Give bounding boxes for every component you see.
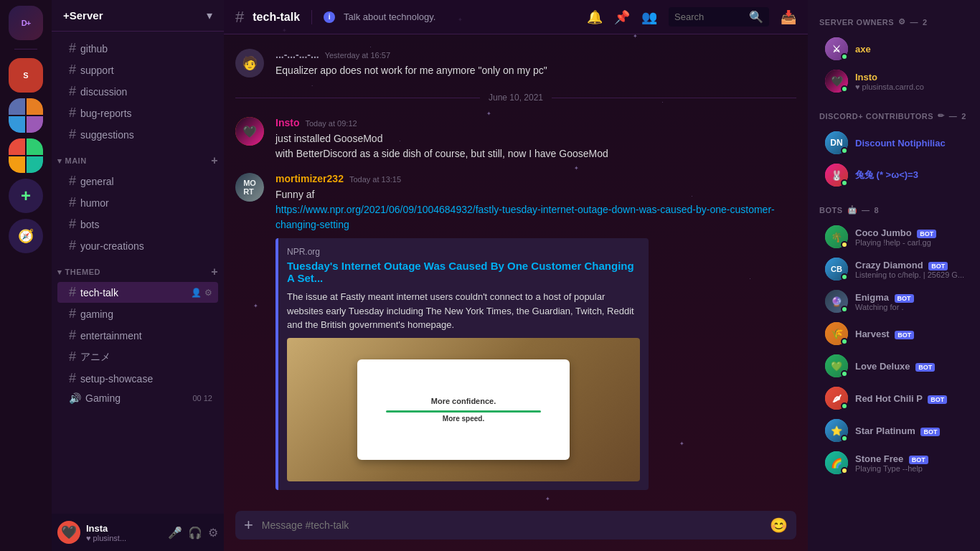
owners-label: Server Owners [819, 18, 894, 27]
member-coco-jumbo[interactable]: 🌴 Coco Jumbo BOT Playing !help - carl.gg [814, 221, 974, 253]
channel-item-entertainment[interactable]: # entertainment [57, 325, 218, 346]
category-themed-label: themed [65, 268, 100, 276]
category-main-label: main [65, 156, 87, 165]
member-insto[interactable]: 🖤 Insto ♥ plusinsta.carrd.co [814, 65, 974, 97]
channel-name-support: support [80, 65, 114, 76]
status-indicator-love [841, 370, 848, 377]
member-status-insto: ♥ plusinsta.carrd.co [855, 83, 969, 91]
member-info-harvest: Harvest BOT [855, 329, 969, 339]
channel-item-discussion[interactable]: # discussion [57, 81, 218, 102]
member-info-star: Star Platinum BOT [855, 425, 969, 436]
discord-plus-icon[interactable]: D+ [9, 6, 43, 40]
bell-icon[interactable]: 🔔 [587, 9, 603, 25]
channel-item-bug-reports[interactable]: # bug-reports [57, 103, 218, 123]
member-name-discount: Discount Notiphiliac [855, 138, 969, 149]
bots-count: 8 [875, 206, 880, 215]
user-settings-button[interactable]: ⚙ [208, 526, 218, 540]
message-author[interactable]: ...-...-...-... [275, 49, 319, 60]
headphones-button[interactable]: 🎧 [188, 526, 202, 540]
member-name-star: Star Platinum BOT [855, 425, 969, 436]
member-love-deluxe[interactable]: 💚 Love Deluxe BOT [814, 350, 974, 382]
category-themed[interactable]: ▾ themed + [52, 257, 224, 281]
channel-member-icon[interactable]: 👤 [191, 288, 202, 298]
channel-item-setup-showcase[interactable]: # setup-showcase [57, 368, 218, 389]
member-avatar-coco: 🌴 [825, 225, 848, 248]
search-input[interactable] [674, 11, 745, 22]
message-content: Insto Today at 09:12 just installed Goos… [275, 117, 796, 161]
server-header[interactable]: +Server ▾ [52, 0, 224, 32]
search-bar[interactable]: 🔍 [669, 7, 769, 27]
inbox-icon[interactable]: 📥 [781, 9, 796, 25]
channel-item-suggestions[interactable]: # suggestions [57, 124, 218, 145]
channel-item-your-creations[interactable]: # your-creations [57, 235, 218, 256]
article-link[interactable]: https://www.npr.org/2021/06/09/100468493… [275, 204, 775, 230]
message-time-mortimizer: Today at 13:15 [349, 175, 401, 184]
channel-item-gaming[interactable]: # gaming [57, 303, 218, 324]
channel-item-voice-gaming[interactable]: 🔊 Gaming 00 12 [57, 390, 218, 407]
message-author-insto[interactable]: Insto [275, 117, 299, 128]
add-server-button[interactable]: + [9, 179, 43, 213]
message-input[interactable] [262, 511, 761, 540]
message-group: 🧑 ...-...-...-... Yesterday at 16:57 Equ… [224, 46, 808, 81]
member-avatar-star: ⭐ [825, 419, 848, 442]
message-content: ...-...-...-... Yesterday at 16:57 Equal… [275, 49, 796, 78]
date-divider-text: June 10, 2021 [489, 93, 543, 103]
channel-item-anime[interactable]: # アニメ [57, 347, 218, 367]
attach-file-button[interactable]: + [244, 516, 253, 534]
embed-title[interactable]: Tuesday's Internet Outage Was Caused By … [287, 260, 640, 284]
channel-name-your-creations: your-creations [80, 240, 144, 252]
channel-name-suggestions: suggestions [80, 129, 134, 141]
channel-settings-icon[interactable]: ⚙ [204, 288, 212, 298]
avatar: 🧑 [235, 49, 264, 77]
member-status-stone: Playing Type --help [855, 464, 969, 473]
member-crazy-diamond[interactable]: CB Crazy Diamond BOT Listening to c/help… [814, 253, 974, 285]
channel-item-humor[interactable]: # humor [57, 192, 218, 213]
category-themed-left: ▾ themed [57, 268, 100, 277]
category-main[interactable]: ▾ main + [52, 146, 224, 170]
members-toggle-button[interactable]: 👥 [641, 9, 657, 25]
emoji-button[interactable]: 😊 [770, 517, 788, 534]
message-text-mortimizer: Funny af [275, 187, 796, 202]
channel-actions: 👤 ⚙ [191, 288, 212, 298]
server-icon-grid2[interactable] [9, 138, 43, 173]
member-info-stone: Stone Free BOT Playing Type --help [855, 453, 969, 473]
member-name-harvest: Harvest BOT [855, 329, 969, 339]
channel-item-tech-talk[interactable]: # tech-talk 👤 ⚙ [57, 282, 218, 303]
member-enigma[interactable]: 🔮 Enigma BOT Watching for . [814, 286, 974, 317]
pin-icon[interactable]: 📌 [614, 9, 630, 25]
member-info-axe: axe [855, 44, 969, 55]
chat-channel-name: tech-talk [253, 11, 300, 24]
member-star-platinum[interactable]: ⭐ Star Platinum BOT [814, 415, 974, 446]
server-icon-red[interactable]: S [9, 58, 43, 93]
status-indicator-redhot [841, 402, 848, 410]
member-discount[interactable]: DN Discount Notiphiliac [814, 127, 974, 159]
member-name-coco: Coco Jumbo BOT [855, 227, 969, 238]
member-name-crazy: Crazy Diamond BOT [855, 260, 969, 270]
member-harvest[interactable]: 🌾 Harvest BOT [814, 318, 974, 349]
explore-button[interactable]: 🧭 [9, 219, 43, 253]
add-themed-channel-button[interactable]: + [211, 265, 218, 278]
add-channel-button[interactable]: + [211, 154, 218, 167]
owners-icon: ⚙ [898, 17, 906, 27]
member-stone-free[interactable]: 🌈 Stone Free BOT Playing Type --help [814, 447, 974, 479]
mic-button[interactable]: 🎤 [168, 526, 182, 540]
member-rabbit[interactable]: 🐰 兔兔 (* >ω<)=3 [814, 159, 974, 191]
message-author-mortimizer[interactable]: mortimizer232 [275, 173, 344, 184]
bot-badge: BOT [920, 428, 940, 436]
member-name-enigma: Enigma BOT [855, 292, 969, 303]
channel-item-support[interactable]: # support [57, 60, 218, 80]
message-text: Equalizer apo does not work for me anymo… [275, 63, 796, 78]
user-avatar: 🖤 [57, 521, 80, 544]
channel-item-bots[interactable]: # bots [57, 214, 218, 235]
message-text-1: just installed GooseMod [275, 131, 796, 146]
channel-item-general[interactable]: # general [57, 171, 218, 192]
member-avatar-stone: 🌈 [825, 451, 848, 474]
member-red-hot[interactable]: 🌶 Red Hot Chili P BOT [814, 382, 974, 414]
owners-count: 2 [923, 18, 928, 27]
member-status-enigma: Watching for . [855, 303, 969, 311]
channel-name-tech-talk: tech-talk [80, 287, 118, 298]
member-axe[interactable]: ⚔ axe [814, 33, 974, 65]
server-icon-grid1[interactable] [9, 98, 43, 133]
channel-item-github[interactable]: # github [57, 38, 218, 59]
bots-label: Bots [819, 206, 843, 215]
